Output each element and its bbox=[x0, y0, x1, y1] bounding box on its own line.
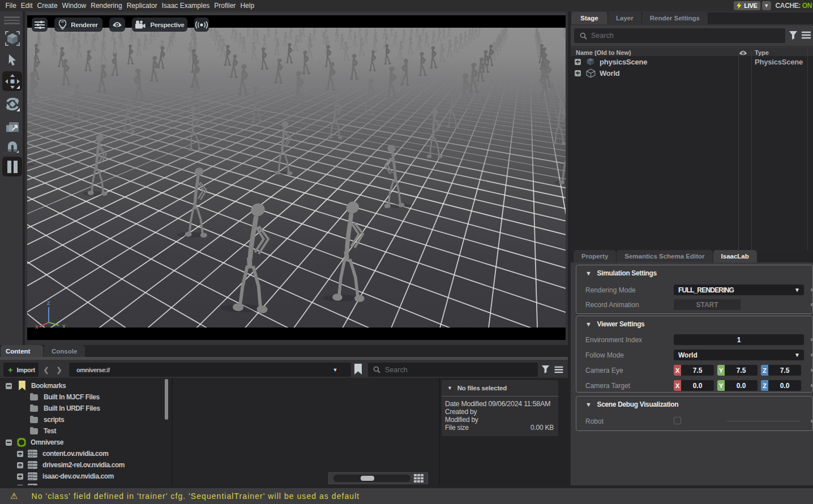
svg-text:Z: Z bbox=[47, 300, 50, 306]
svg-text:Y: Y bbox=[62, 324, 66, 329]
svg-text:X: X bbox=[35, 324, 38, 329]
